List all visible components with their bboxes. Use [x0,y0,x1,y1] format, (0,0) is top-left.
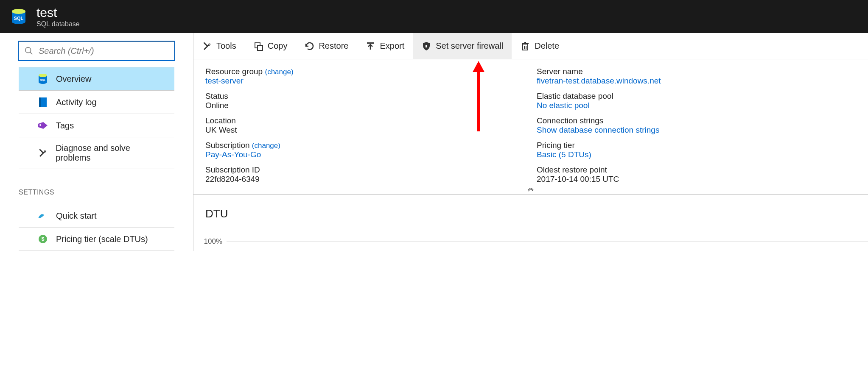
tools-icon [37,147,48,158]
search-icon [24,46,34,56]
set-server-firewall-button[interactable]: Set server firewall [413,33,512,59]
svg-point-1 [12,9,25,14]
sidebar-section-settings: SETTINGS [0,169,193,204]
log-icon [37,97,48,108]
toolbar-label: Delete [535,41,559,51]
elastic-pool-label: Elastic database pool [537,92,868,101]
svg-text:SQL: SQL [14,16,24,21]
sidebar-item-label: Quick start [56,211,97,221]
sidebar-item-quick-start[interactable]: Quick start [19,204,174,228]
svg-rect-17 [523,44,528,50]
svg-rect-9 [39,97,41,107]
copy-button[interactable]: Copy [245,33,296,59]
svg-point-10 [39,124,41,126]
sql-db-icon: SQL [37,73,48,84]
collapse-toggle[interactable] [193,186,868,195]
tools-button[interactable]: Tools [193,33,245,59]
annotation-arrow [470,61,487,133]
restore-point-label: Oldest restore point [537,165,868,175]
svg-rect-16 [426,45,427,47]
dtu-chart: DTU 100% [193,195,868,246]
toolbar-label: Restore [319,41,348,51]
server-name-value[interactable]: fivetran-test.database.windows.net [537,76,868,86]
resource-group-label: Resource group [205,67,263,76]
main: Tools Copy Restore Export [193,33,868,251]
svg-marker-23 [473,61,484,72]
export-icon [365,41,375,51]
svg-text:$: $ [42,236,45,242]
sidebar-item-pricing-tier[interactable]: $ Pricing tier (scale DTUs) [19,228,174,251]
sql-db-icon: SQL [9,7,28,26]
tag-icon [37,120,48,131]
sidebar-item-label: Activity log [56,97,97,107]
page-subtitle: SQL database [36,20,80,28]
sidebar-item-label: Overview [56,74,91,84]
restore-icon [304,41,314,51]
details-panel: Resource group (change) test-server Stat… [193,59,868,186]
search-field[interactable] [39,46,169,56]
tools-icon [202,41,212,51]
chart-tick-label: 100% [200,237,227,246]
connection-strings-value[interactable]: Show database connection strings [537,125,868,135]
svg-rect-14 [258,45,263,50]
toolbar-label: Set server firewall [436,41,503,51]
restore-point-value: 2017-10-14 00:15 UTC [537,175,868,184]
chart-title: DTU [200,207,868,220]
server-name-label: Server name [537,67,868,76]
toolbar-label: Copy [268,41,288,51]
svg-line-4 [30,52,33,55]
shield-icon [421,41,431,51]
sidebar-item-diagnose[interactable]: Diagnose and solve problems [19,137,174,169]
connection-strings-label: Connection strings [537,116,868,125]
svg-point-3 [25,47,31,53]
pricing-icon: $ [37,234,48,245]
chart-gridline [227,242,868,242]
change-subscription-link[interactable]: (change) [252,142,280,150]
quickstart-icon [37,210,48,221]
pricing-tier-value[interactable]: Basic (5 DTUs) [537,150,868,159]
delete-button[interactable]: Delete [512,33,568,59]
copy-icon [253,41,263,51]
sidebar-item-tags[interactable]: Tags [19,114,174,137]
svg-text:SQL: SQL [40,79,46,81]
sidebar-item-label: Pricing tier (scale DTUs) [56,234,148,244]
page-title: test [36,6,80,19]
trash-icon [520,41,530,51]
sidebar-item-activity-log[interactable]: Activity log [19,91,174,114]
search-input[interactable] [19,42,174,60]
pricing-tier-label: Pricing tier [537,141,868,150]
subscription-value[interactable]: Pay-As-You-Go [205,150,537,159]
change-resource-group-link[interactable]: (change) [265,68,293,76]
subscription-label: Subscription [205,141,250,150]
toolbar: Tools Copy Restore Export [193,33,868,59]
toolbar-label: Export [380,41,404,51]
subscription-id-label: Subscription ID [205,165,537,175]
header: SQL test SQL database [0,0,868,33]
elastic-pool-value[interactable]: No elastic pool [537,101,868,110]
svg-point-6 [39,74,47,77]
export-button[interactable]: Export [357,33,413,59]
restore-button[interactable]: Restore [296,33,357,59]
subscription-id-value: 22fd8204-6349 [205,175,537,184]
sidebar: SQL Overview Activity log Tags [0,33,193,251]
sidebar-item-label: Diagnose and solve problems [56,143,164,163]
toolbar-label: Tools [216,41,236,51]
sidebar-item-label: Tags [56,121,74,131]
svg-rect-15 [367,42,374,44]
sidebar-item-overview[interactable]: SQL Overview [19,67,174,91]
